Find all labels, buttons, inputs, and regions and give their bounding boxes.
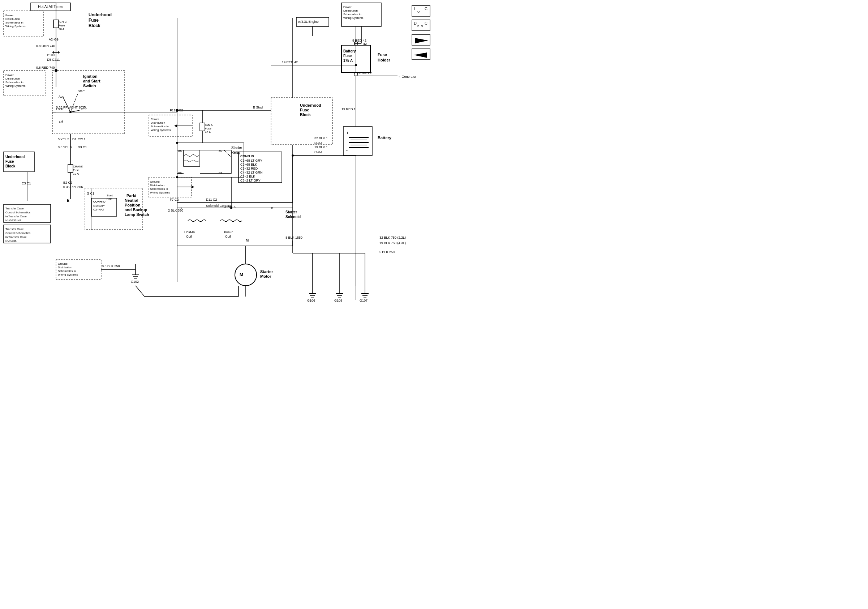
svg-point-267 xyxy=(176,109,178,112)
svg-text:Ignition: Ignition xyxy=(83,74,98,78)
svg-text:Schematics in: Schematics in xyxy=(151,125,169,128)
svg-text:Fuse: Fuse xyxy=(59,24,65,27)
svg-text:Power: Power xyxy=(151,118,159,121)
svg-point-279 xyxy=(230,207,232,209)
svg-text:Schematics in: Schematics in xyxy=(150,187,168,191)
svg-text:C5=2 BLK: C5=2 BLK xyxy=(240,175,255,178)
svg-text:Schematics in: Schematics in xyxy=(58,269,76,273)
svg-text:D3  C1: D3 C1 xyxy=(78,145,87,149)
svg-text:Schematics in: Schematics in xyxy=(5,81,23,84)
svg-text:G107: G107 xyxy=(360,299,367,302)
svg-text:Power: Power xyxy=(5,73,14,77)
svg-text:Fuse: Fuse xyxy=(378,53,387,57)
svg-text:5 RUST  2: 5 RUST 2 xyxy=(358,71,372,75)
svg-text:Underhood: Underhood xyxy=(5,155,25,159)
svg-text:Wiring Systems: Wiring Systems xyxy=(5,84,26,87)
svg-text:CONN ID: CONN ID xyxy=(93,200,105,203)
svg-text:P100: P100 xyxy=(47,53,54,57)
svg-text:(2.2L): (2.2L) xyxy=(315,141,322,144)
svg-text:→ Generator: → Generator xyxy=(397,75,416,78)
svg-text:E: E xyxy=(417,25,419,28)
svg-text:87: 87 xyxy=(219,171,222,175)
svg-text:in Transfer Case: in Transfer Case xyxy=(5,235,27,239)
svg-text:Off: Off xyxy=(59,120,63,124)
svg-text:A2: A2 xyxy=(49,37,53,41)
svg-text:NVG233-NPI: NVG233-NPI xyxy=(5,219,22,222)
svg-text:0.8 RED  740: 0.8 RED 740 xyxy=(36,66,55,70)
svg-text:0.8 YEL  5: 0.8 YEL 5 xyxy=(58,145,72,149)
svg-text:C6=2 LT GRY: C6=2 LT GRY xyxy=(240,179,260,182)
svg-text:0.8 ORN  740: 0.8 ORN 740 xyxy=(36,44,55,48)
svg-text:D1: D1 xyxy=(72,137,77,141)
svg-point-276 xyxy=(291,154,294,157)
svg-text:C2=NAT: C2=NAT xyxy=(93,208,104,211)
svg-text:0.8 BLK  350: 0.8 BLK 350 xyxy=(102,264,120,268)
svg-text:Hot At All Times: Hot At All Times xyxy=(38,5,63,9)
svg-text:Relay: Relay xyxy=(231,151,241,154)
svg-text:Fuse: Fuse xyxy=(343,54,352,58)
wiring-diagram: Hot At All Times Underhood Fuse Block Po… xyxy=(0,0,434,304)
svg-text:Switch: Switch xyxy=(83,84,96,88)
svg-text:E2  C2: E2 C2 xyxy=(63,181,72,185)
svg-point-268 xyxy=(176,142,178,144)
svg-text:Wiring Systems: Wiring Systems xyxy=(5,25,26,28)
svg-text:Neutral: Neutral xyxy=(125,198,138,202)
svg-text:C3=32 RED: C3=32 RED xyxy=(240,167,258,170)
svg-text:Start: Start xyxy=(107,194,113,197)
svg-text:Fuse: Fuse xyxy=(73,169,79,172)
svg-text:Starter: Starter xyxy=(231,146,242,150)
svg-text:Motor: Motor xyxy=(260,274,271,278)
svg-text:Control Schematics: Control Schematics xyxy=(5,231,30,235)
svg-text:F7  C2: F7 C2 xyxy=(170,198,179,202)
svg-text:and Start: and Start xyxy=(83,79,101,83)
svg-point-269 xyxy=(176,176,178,178)
svg-text:Distribution: Distribution xyxy=(5,17,20,20)
svg-text:175 A: 175 A xyxy=(343,59,353,62)
svg-text:C1: C1 xyxy=(54,37,59,41)
svg-text:Coil: Coil xyxy=(186,235,192,238)
svg-text:(4.3L): (4.3L) xyxy=(315,150,322,153)
svg-text:Distribution: Distribution xyxy=(58,266,72,269)
svg-text:Fuse: Fuse xyxy=(5,160,14,163)
svg-text:Underhood: Underhood xyxy=(300,103,321,107)
svg-text:C211: C211 xyxy=(78,137,86,141)
svg-text:Wiring Systems: Wiring Systems xyxy=(150,191,170,194)
svg-text:+: + xyxy=(346,130,349,136)
svg-text:8 BLK  1550: 8 BLK 1550 xyxy=(285,236,302,239)
svg-text:Wiring Systems: Wiring Systems xyxy=(58,273,78,276)
svg-text:Transfer Case: Transfer Case xyxy=(5,227,24,231)
svg-text:5 BLK  250: 5 BLK 250 xyxy=(380,250,395,254)
svg-text:40 A: 40 A xyxy=(205,130,211,134)
svg-text:Distribution: Distribution xyxy=(343,9,358,12)
svg-text:C: C xyxy=(425,6,428,11)
svg-text:Hold-In: Hold-In xyxy=(184,230,195,234)
svg-text:Solenoid Contacts: Solenoid Contacts xyxy=(206,204,233,208)
svg-text:B Stud: B Stud xyxy=(253,106,263,109)
svg-text:S: S xyxy=(421,25,423,28)
svg-text:Distribution: Distribution xyxy=(151,121,165,124)
svg-text:L: L xyxy=(414,6,416,11)
svg-text:Battery: Battery xyxy=(343,49,356,53)
svg-text:Distribution: Distribution xyxy=(5,77,20,80)
svg-text:O: O xyxy=(417,10,420,13)
svg-text:Fuse: Fuse xyxy=(88,18,99,23)
svg-text:86: 86 xyxy=(178,171,182,175)
svg-text:Battery: Battery xyxy=(378,136,392,140)
svg-point-266 xyxy=(54,69,57,72)
svg-text:M: M xyxy=(246,238,249,242)
svg-text:Position: Position xyxy=(125,203,141,207)
svg-text:19 BLK  750 (4.3L): 19 BLK 750 (4.3L) xyxy=(380,241,406,245)
svg-point-273 xyxy=(355,64,357,66)
svg-text:Wiring Systems: Wiring Systems xyxy=(151,128,171,132)
svg-text:32 BLK  750 (2.2L): 32 BLK 750 (2.2L) xyxy=(380,236,406,239)
svg-text:CONN ID: CONN ID xyxy=(240,154,254,158)
svg-text:E: E xyxy=(67,199,70,202)
svg-text:C2=68 BLK: C2=68 BLK xyxy=(240,163,257,166)
svg-text:G  C1: G C1 xyxy=(87,192,94,195)
svg-text:19 BLK  1: 19 BLK 1 xyxy=(315,145,328,149)
svg-text:Pull-In: Pull-In xyxy=(224,230,233,234)
svg-text:Ground: Ground xyxy=(58,262,68,266)
svg-text:30: 30 xyxy=(219,149,222,152)
svg-text:IGN A: IGN A xyxy=(205,123,213,127)
svg-text:G102: G102 xyxy=(131,280,139,284)
